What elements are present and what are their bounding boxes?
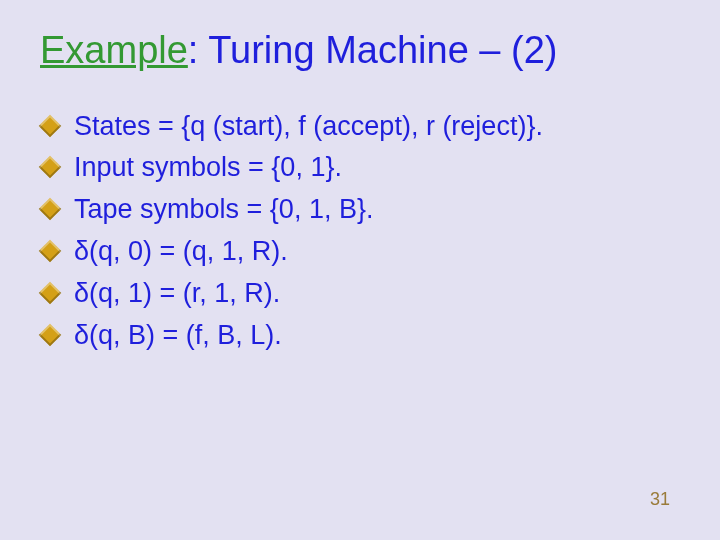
list-item: δ(q, B) = (f, B, L). — [40, 315, 680, 357]
list-item: δ(q, 1) = (r, 1, R). — [40, 273, 680, 315]
diamond-bullet-icon — [39, 156, 62, 179]
list-item: Tape symbols = {0, 1, B}. — [40, 189, 680, 231]
diamond-bullet-icon — [39, 240, 62, 263]
diamond-bullet-icon — [39, 282, 62, 305]
list-item-text: Input symbols = {0, 1}. — [74, 152, 342, 182]
list-item-text: States = {q (start), f (accept), r (reje… — [74, 111, 543, 141]
list-item-text: Tape symbols = {0, 1, B}. — [74, 194, 373, 224]
diamond-bullet-icon — [39, 198, 62, 221]
list-item-text: δ(q, 0) = (q, 1, R). — [74, 236, 288, 266]
list-item-text: δ(q, B) = (f, B, L). — [74, 320, 282, 350]
list-item: Input symbols = {0, 1}. — [40, 147, 680, 189]
slide: Example: Turing Machine – (2) States = {… — [0, 0, 720, 540]
list-item-text: δ(q, 1) = (r, 1, R). — [74, 278, 280, 308]
page-number: 31 — [650, 489, 670, 510]
bullet-list: States = {q (start), f (accept), r (reje… — [40, 106, 680, 357]
title-rest: : Turing Machine – (2) — [188, 29, 558, 71]
list-item: States = {q (start), f (accept), r (reje… — [40, 106, 680, 148]
title-accent: Example — [40, 29, 188, 71]
diamond-bullet-icon — [39, 114, 62, 137]
diamond-bullet-icon — [39, 323, 62, 346]
slide-title: Example: Turing Machine – (2) — [40, 28, 680, 74]
list-item: δ(q, 0) = (q, 1, R). — [40, 231, 680, 273]
